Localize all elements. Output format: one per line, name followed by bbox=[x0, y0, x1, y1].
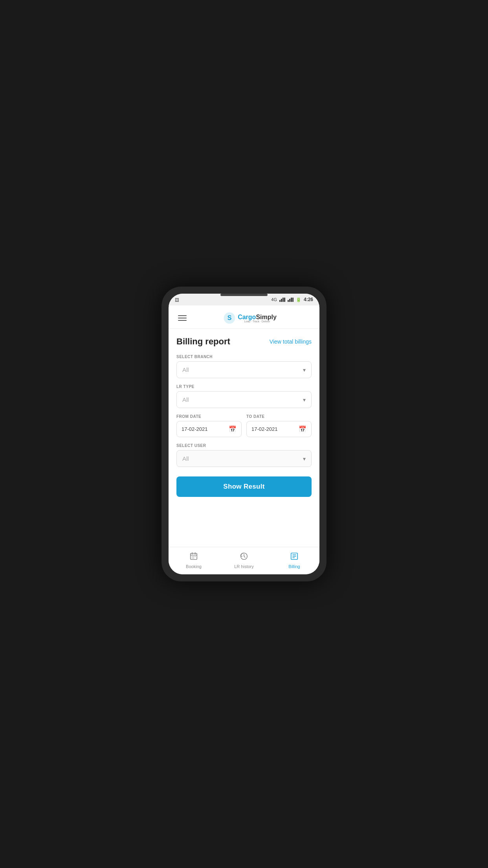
status-bar: 🖼 4G 🔋 4:26 bbox=[169, 294, 319, 305]
booking-label: Booking bbox=[186, 564, 202, 569]
lr-history-icon bbox=[240, 552, 248, 563]
svg-text:S: S bbox=[227, 314, 232, 321]
user-select[interactable]: All ▾ bbox=[176, 450, 312, 467]
app-content: S CargoSimply Load · Track · Deliver Bil… bbox=[169, 305, 319, 547]
nav-lr-history[interactable]: LR history bbox=[219, 550, 269, 570]
lr-type-select[interactable]: All ▾ bbox=[176, 391, 312, 408]
from-date-calendar-icon: 📅 bbox=[229, 425, 237, 433]
svg-rect-6 bbox=[192, 556, 193, 557]
svg-rect-8 bbox=[195, 556, 196, 557]
branch-value: All bbox=[182, 366, 189, 373]
from-date-picker[interactable]: 17-02-2021 📅 bbox=[176, 421, 242, 437]
user-label: SELECT USER bbox=[176, 443, 312, 448]
branch-field-group: SELECT BRANCH All ▾ bbox=[176, 355, 312, 378]
logo-cargo: Cargo bbox=[238, 314, 256, 320]
svg-rect-9 bbox=[192, 558, 193, 559]
billing-icon bbox=[290, 552, 299, 563]
hamburger-line-3 bbox=[178, 320, 187, 321]
logo-simply: Simply bbox=[256, 314, 276, 320]
from-date-group: FROM DATE 17-02-2021 📅 bbox=[176, 414, 242, 437]
nav-billing[interactable]: Billing bbox=[269, 550, 319, 570]
page-title: Billing report bbox=[176, 337, 230, 347]
to-date-label: TO DATE bbox=[246, 414, 312, 419]
lr-history-label: LR history bbox=[234, 564, 254, 569]
booking-icon bbox=[189, 552, 198, 563]
main-content: Billing report View total billings SELEC… bbox=[169, 329, 319, 547]
lr-type-chevron-icon: ▾ bbox=[303, 397, 306, 403]
svg-rect-10 bbox=[193, 558, 194, 559]
page-header: Billing report View total billings bbox=[176, 337, 312, 347]
photo-icon: 🖼 bbox=[175, 298, 179, 302]
user-value: All bbox=[182, 455, 189, 462]
to-date-calendar-icon: 📅 bbox=[299, 425, 306, 433]
nav-booking[interactable]: Booking bbox=[169, 550, 219, 570]
hamburger-line-2 bbox=[178, 318, 187, 318]
lr-type-field-group: LR TYPE All ▾ bbox=[176, 384, 312, 408]
date-row: FROM DATE 17-02-2021 📅 TO DATE 17-02-202… bbox=[176, 414, 312, 437]
svg-rect-7 bbox=[193, 556, 194, 557]
app-header: S CargoSimply Load · Track · Deliver bbox=[169, 305, 319, 329]
from-date-value: 17-02-2021 bbox=[182, 426, 208, 432]
logo-text-wrapper: CargoSimply Load · Track · Deliver bbox=[238, 314, 277, 323]
clock: 4:26 bbox=[304, 297, 313, 302]
to-date-picker[interactable]: 17-02-2021 📅 bbox=[246, 421, 312, 437]
to-date-value: 17-02-2021 bbox=[251, 426, 278, 432]
branch-chevron-icon: ▾ bbox=[303, 367, 306, 373]
hamburger-line-1 bbox=[178, 315, 187, 316]
view-total-billings-link[interactable]: View total billings bbox=[270, 338, 312, 345]
from-date-label: FROM DATE bbox=[176, 414, 242, 419]
lr-type-label: LR TYPE bbox=[176, 384, 312, 389]
signal-icon-2 bbox=[288, 298, 294, 302]
branch-select[interactable]: All ▾ bbox=[176, 361, 312, 378]
user-chevron-icon: ▾ bbox=[303, 456, 306, 462]
cargo-simply-icon: S bbox=[223, 312, 236, 324]
show-result-button[interactable]: Show Result bbox=[176, 476, 312, 497]
network-label: 4G bbox=[271, 297, 277, 302]
user-field-group: SELECT USER All ▾ bbox=[176, 443, 312, 467]
billing-label: Billing bbox=[288, 564, 300, 569]
branch-label: SELECT BRANCH bbox=[176, 355, 312, 359]
hamburger-menu-button[interactable] bbox=[176, 314, 188, 322]
logo: S CargoSimply Load · Track · Deliver bbox=[188, 312, 312, 324]
battery-icon: 🔋 bbox=[296, 297, 301, 302]
bottom-nav: Booking LR history bbox=[169, 547, 319, 574]
logo-tagline: Load · Track · Deliver bbox=[244, 320, 270, 323]
to-date-group: TO DATE 17-02-2021 📅 bbox=[246, 414, 312, 437]
status-left-icons: 🖼 bbox=[175, 296, 179, 303]
signal-icon bbox=[279, 298, 285, 302]
lr-type-value: All bbox=[182, 396, 189, 403]
